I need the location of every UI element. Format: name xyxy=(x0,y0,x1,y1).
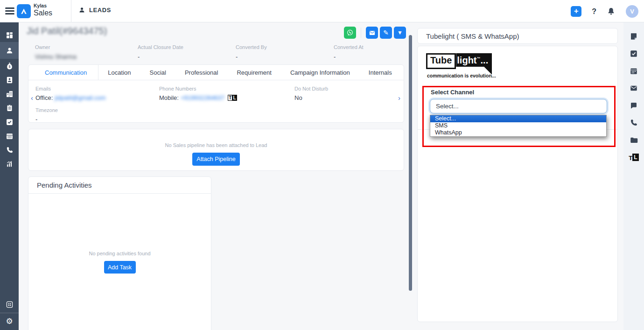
tab-professional[interactable]: Professional xyxy=(175,65,228,80)
option-whatsapp[interactable]: WhatsApp xyxy=(430,129,606,136)
edit-button[interactable]: ✎ xyxy=(380,27,392,39)
sidebar-item-notes[interactable] xyxy=(629,32,638,41)
phone-type: Mobile: xyxy=(159,94,179,101)
hamburger-menu-icon[interactable] xyxy=(5,7,14,15)
attach-pipeline-button[interactable]: Attach Pipeline xyxy=(192,153,240,166)
tab-internals[interactable]: Internals xyxy=(359,65,401,80)
timezone-value: - xyxy=(35,116,58,123)
sales-pipeline-card: No Sales pipeline has been attached to L… xyxy=(28,129,404,171)
svg-text:$: $ xyxy=(8,65,10,69)
sidebar-item-companies[interactable] xyxy=(0,87,19,101)
sidebar-item-meetings[interactable] xyxy=(0,129,19,143)
sidebar-item-documents[interactable] xyxy=(629,136,638,144)
caret-down-icon: ▼ xyxy=(397,29,403,36)
timezone-label: Timezone xyxy=(35,107,58,113)
field-owner: Owner Vishnu Sharma xyxy=(35,44,77,60)
tubelight-panel-header: Tubelight ( SMS & WhatsApp) xyxy=(417,28,618,44)
tl-t: T xyxy=(228,95,232,101)
tubelight-send-icon[interactable]: TL xyxy=(228,95,237,101)
logo-dots: ... xyxy=(481,55,489,65)
sidebar-item-contacts[interactable] xyxy=(0,73,19,87)
help-button[interactable]: ? xyxy=(592,7,596,16)
lead-title: Jid Patil(#9643475) xyxy=(27,26,107,36)
products-icon xyxy=(6,104,14,112)
phone-icon xyxy=(630,119,638,127)
leads-icon xyxy=(6,47,14,55)
lead-details-tab-card: Communication Location Social Profession… xyxy=(28,64,404,123)
tl-badge-t: T xyxy=(629,155,632,161)
sidebar-item-tubelight[interactable]: TL xyxy=(629,153,638,161)
tab-bar: Communication Location Social Profession… xyxy=(28,65,404,80)
breadcrumb[interactable]: LEADS xyxy=(78,7,111,14)
companies-icon xyxy=(6,90,14,98)
prev-fields-chevron[interactable]: ‹ xyxy=(31,94,33,102)
more-actions-button[interactable]: ▼ xyxy=(394,27,406,39)
add-task-button[interactable]: Add Task xyxy=(104,261,136,274)
envelope-icon xyxy=(369,29,376,36)
tab-social[interactable]: Social xyxy=(140,65,175,80)
phone-value-link[interactable]: +919932264637 xyxy=(181,94,224,101)
settings-gear-icon[interactable]: ⚙ xyxy=(0,313,19,330)
tubelight-icon: TL xyxy=(629,154,638,161)
envelope-icon xyxy=(630,84,638,92)
brand-text: Kylas Sales xyxy=(34,3,52,17)
field-label: Actual Closure Date xyxy=(138,44,183,50)
tab-communication[interactable]: Communication xyxy=(35,65,98,80)
tasks-icon xyxy=(630,49,638,58)
channel-select[interactable]: Select... xyxy=(430,99,607,113)
sidebar-item-comments[interactable] xyxy=(629,101,638,110)
email-button[interactable] xyxy=(366,27,378,39)
field-label: Converted By xyxy=(236,44,267,50)
main-scrollbar-thumb[interactable] xyxy=(409,35,412,291)
sidebar-item-calls[interactable] xyxy=(0,143,19,157)
sidebar-item-meetings-right[interactable] xyxy=(629,67,638,75)
channel-select-dropdown: Select... SMS WhatsApp xyxy=(430,115,607,137)
tubelight-channel-section: Tube light™... communication is evolutio… xyxy=(418,46,617,130)
notes-icon xyxy=(630,32,638,41)
sidebar-item-marketplace[interactable] xyxy=(0,296,19,313)
meetings-icon xyxy=(6,132,14,140)
left-navigation-sidebar: $ xyxy=(0,22,19,330)
lead-header-actions: ✎ ▼ xyxy=(344,27,406,39)
pending-activities-title: Pending Activities xyxy=(28,177,211,194)
pending-empty-message: No pending activities found xyxy=(28,251,211,256)
pencil-icon: ✎ xyxy=(383,29,389,36)
sidebar-item-calls-right[interactable] xyxy=(629,119,638,127)
tubelight-logo-left: Tube xyxy=(426,53,456,69)
sidebar-item-deals[interactable]: $ xyxy=(0,59,19,73)
sidebar-item-emails-right[interactable] xyxy=(629,84,638,92)
field-converted-by: Converted By - xyxy=(236,44,267,60)
tab-requirement[interactable]: Requirement xyxy=(227,65,280,80)
phones-label: Phone Numbers xyxy=(159,86,237,91)
top-bar: Kylas Sales LEADS + ? V xyxy=(0,0,644,22)
topbar-divider xyxy=(71,0,71,22)
sidebar-item-dashboard[interactable] xyxy=(0,28,19,42)
field-label: Converted At xyxy=(334,44,364,50)
kylas-logo[interactable] xyxy=(17,4,31,18)
email-value-link[interactable]: jidpatil@gmail.com xyxy=(55,94,105,101)
whatsapp-button[interactable] xyxy=(344,27,356,39)
sidebar-item-leads[interactable] xyxy=(0,42,19,59)
tubelight-tagline: communication is evolution... xyxy=(427,73,496,78)
field-converted-at: Converted At - xyxy=(334,44,364,60)
tab-location[interactable]: Location xyxy=(98,65,140,80)
notifications-bell-icon[interactable] xyxy=(607,7,616,16)
timezone-field: Timezone - xyxy=(35,107,58,123)
select-channel-label: Select Channel xyxy=(431,89,474,96)
calls-icon xyxy=(6,146,14,154)
next-fields-chevron[interactable]: › xyxy=(398,94,400,102)
option-select-placeholder[interactable]: Select... xyxy=(430,115,606,122)
tasks-icon xyxy=(6,118,14,126)
breadcrumb-label: LEADS xyxy=(89,7,111,14)
whatsapp-icon xyxy=(346,29,354,36)
dashboard-icon xyxy=(6,31,14,39)
sidebar-item-products[interactable] xyxy=(0,101,19,115)
tab-campaign-information[interactable]: Campaign Information xyxy=(281,65,359,80)
sidebar-item-reports[interactable] xyxy=(0,157,19,171)
tubelight-panel-body: Tube light™... communication is evolutio… xyxy=(417,46,618,322)
user-avatar[interactable]: V xyxy=(626,5,638,18)
quick-add-button[interactable]: + xyxy=(571,6,581,17)
option-sms[interactable]: SMS xyxy=(430,122,606,129)
sidebar-item-tasks-right[interactable] xyxy=(629,49,638,58)
sidebar-item-tasks[interactable] xyxy=(0,115,19,129)
